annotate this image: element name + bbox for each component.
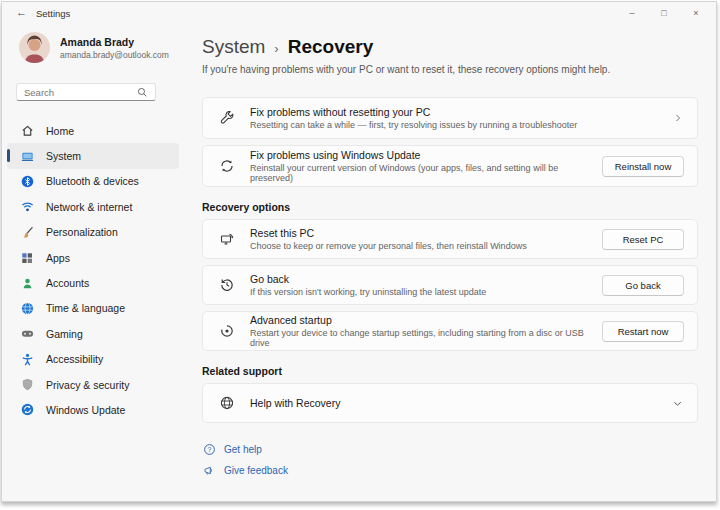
feedback-icon xyxy=(202,464,216,477)
chevron-right-icon xyxy=(672,112,684,124)
search-box[interactable] xyxy=(16,83,156,101)
card-description: Reinstall your current version of Window… xyxy=(250,163,602,183)
sidebar-item-bluetooth-devices[interactable]: Bluetooth & devices xyxy=(7,169,179,194)
globe-icon xyxy=(203,395,250,411)
sidebar-item-apps[interactable]: Apps xyxy=(7,245,179,270)
sidebar-item-label: Home xyxy=(46,125,74,137)
sync-icon xyxy=(203,158,250,174)
user-profile[interactable]: Amanda Brady amanda.brady@outlook.com xyxy=(19,32,169,63)
card-description: Choose to keep or remove your personal f… xyxy=(250,241,602,251)
sidebar-item-label: Gaming xyxy=(46,328,83,340)
help-circle-icon: ? xyxy=(202,443,216,456)
system-icon xyxy=(20,149,34,163)
chevron-down-icon[interactable] xyxy=(671,397,684,410)
get-help-link[interactable]: ? Get help xyxy=(202,439,698,460)
titlebar: ← Settings – □ × xyxy=(2,2,716,26)
sidebar-nav: Home System Bluetooth & devices Network … xyxy=(7,118,179,423)
sidebar-item-privacy-security[interactable]: Privacy & security xyxy=(7,372,179,397)
breadcrumb: System › Recovery xyxy=(202,36,698,60)
brush-icon xyxy=(20,225,34,239)
close-button[interactable]: × xyxy=(680,2,712,23)
card-fix-problems-windows-update: Fix problems using Windows Update Reinst… xyxy=(202,145,698,187)
accessibility-person-icon xyxy=(20,352,34,366)
restart-now-button[interactable]: Restart now xyxy=(602,321,684,342)
footer-link-label: Give feedback xyxy=(224,465,288,476)
update-arrows-icon xyxy=(20,403,34,417)
card-title: Fix problems using Windows Update xyxy=(250,149,602,161)
page-title: Recovery xyxy=(288,36,374,58)
sidebar-item-label: System xyxy=(46,150,81,162)
settings-window: ← Settings – □ × Amanda Brady amanda.bra… xyxy=(1,1,717,502)
give-feedback-link[interactable]: Give feedback xyxy=(202,460,698,481)
selected-indicator xyxy=(7,149,10,162)
search-input[interactable] xyxy=(24,87,137,98)
wifi-icon xyxy=(20,200,34,214)
card-advanced-startup: Advanced startup Restart your device to … xyxy=(202,311,698,351)
person-icon xyxy=(20,276,34,290)
breadcrumb-parent[interactable]: System xyxy=(202,36,265,58)
apps-grid-icon xyxy=(20,251,34,265)
shield-icon xyxy=(20,378,34,392)
sidebar-item-label: Accounts xyxy=(46,277,89,289)
card-reset-this-pc: Reset this PC Choose to keep or remove y… xyxy=(202,219,698,259)
section-header-related-support: Related support xyxy=(202,365,698,377)
card-title: Reset this PC xyxy=(250,227,602,239)
gamepad-icon xyxy=(20,327,34,341)
svg-text:?: ? xyxy=(207,446,211,453)
reinstall-now-button[interactable]: Reinstall now xyxy=(602,156,684,177)
sidebar-item-gaming[interactable]: Gaming xyxy=(7,321,179,346)
sidebar-item-accounts[interactable]: Accounts xyxy=(7,270,179,295)
card-title: Help with Recovery xyxy=(250,397,671,409)
search-icon xyxy=(137,87,148,98)
reset-pc-icon xyxy=(203,231,250,247)
history-clock-icon xyxy=(203,277,250,293)
profile-name: Amanda Brady xyxy=(60,36,169,48)
back-button[interactable]: ← xyxy=(16,6,27,18)
sidebar-item-label: Network & internet xyxy=(46,201,132,213)
main-content: System › Recovery If you're having probl… xyxy=(202,36,698,481)
reset-pc-button[interactable]: Reset PC xyxy=(602,229,684,250)
avatar xyxy=(19,32,50,63)
window-title: Settings xyxy=(36,8,70,19)
profile-email: amanda.brady@outlook.com xyxy=(60,50,169,60)
footer-link-label: Get help xyxy=(224,444,262,455)
breadcrumb-separator-icon: › xyxy=(274,41,278,56)
card-fix-problems-troubleshooter[interactable]: Fix problems without resetting your PC R… xyxy=(202,97,698,139)
minimize-button[interactable]: – xyxy=(616,2,648,23)
sidebar-item-label: Apps xyxy=(46,252,70,264)
card-description: Restart your device to change startup se… xyxy=(250,328,602,348)
sidebar-item-system[interactable]: System xyxy=(7,143,179,168)
sidebar-item-network-internet[interactable]: Network & internet xyxy=(7,194,179,219)
sidebar-item-label: Privacy & security xyxy=(46,379,129,391)
wrench-icon xyxy=(203,110,250,126)
sidebar-item-windows-update[interactable]: Windows Update xyxy=(7,397,179,422)
sidebar-item-label: Personalization xyxy=(46,226,118,238)
footer-links: ? Get help Give feedback xyxy=(202,439,698,481)
card-title: Fix problems without resetting your PC xyxy=(250,106,672,118)
restart-icon xyxy=(203,323,250,339)
maximize-button[interactable]: □ xyxy=(648,2,680,23)
sidebar-item-accessibility[interactable]: Accessibility xyxy=(7,347,179,372)
home-icon xyxy=(20,124,34,138)
sidebar-item-personalization[interactable]: Personalization xyxy=(7,220,179,245)
section-header-recovery-options: Recovery options xyxy=(202,201,698,213)
window-controls: – □ × xyxy=(616,2,712,23)
page-subtitle: If you're having problems with your PC o… xyxy=(202,64,698,75)
card-title: Go back xyxy=(250,273,602,285)
sidebar-item-label: Bluetooth & devices xyxy=(46,175,139,187)
card-description: Resetting can take a while — first, try … xyxy=(250,120,672,130)
card-title: Advanced startup xyxy=(250,314,602,326)
card-description: If this version isn't working, try unins… xyxy=(250,287,602,297)
sidebar-item-label: Windows Update xyxy=(46,404,125,416)
sidebar-item-label: Time & language xyxy=(46,302,125,314)
card-help-with-recovery[interactable]: Help with Recovery xyxy=(202,383,698,423)
bluetooth-icon xyxy=(20,174,34,188)
card-go-back: Go back If this version isn't working, t… xyxy=(202,265,698,305)
sidebar-item-home[interactable]: Home xyxy=(7,118,179,143)
sidebar-item-label: Accessibility xyxy=(46,353,103,365)
go-back-button[interactable]: Go back xyxy=(602,275,684,296)
globe-clock-icon xyxy=(20,301,34,315)
sidebar-item-time-language[interactable]: Time & language xyxy=(7,296,179,321)
